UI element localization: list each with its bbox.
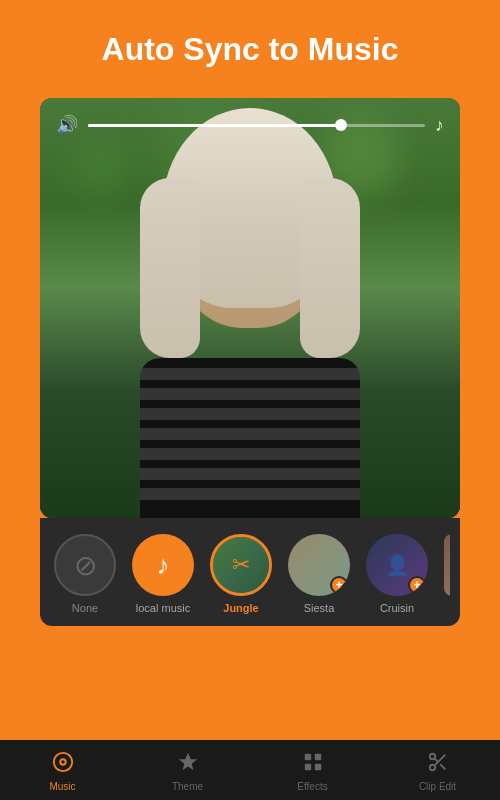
- jungle-bg: ✂: [213, 537, 269, 593]
- theme-item-partial[interactable]: Ju: [444, 534, 450, 614]
- svg-marker-3: [178, 752, 196, 769]
- progress-track[interactable]: [88, 124, 425, 127]
- nav-item-effects[interactable]: Effects: [250, 751, 375, 792]
- theme-panel: ⊘ None ♪ local music ✂ Jungle +: [40, 518, 460, 626]
- svg-rect-7: [314, 763, 320, 769]
- theme-thumb-jungle: ✂: [210, 534, 272, 596]
- theme-item-local-music[interactable]: ♪ local music: [132, 534, 194, 614]
- music-nav-icon: [52, 751, 74, 778]
- music-icon: ♪: [157, 550, 170, 581]
- video-bg: [40, 98, 460, 518]
- theme-label-siesta: Siesta: [304, 602, 335, 614]
- theme-thumb-partial: [444, 534, 450, 596]
- theme-label-none: None: [72, 602, 98, 614]
- nav-item-theme[interactable]: Theme: [125, 751, 250, 792]
- theme-item-siesta[interactable]: + Siesta: [288, 534, 350, 614]
- svg-rect-5: [314, 753, 320, 759]
- nav-item-music[interactable]: Music: [0, 751, 125, 792]
- svg-point-2: [61, 760, 65, 764]
- svg-rect-4: [304, 753, 310, 759]
- theme-item-jungle[interactable]: ✂ Jungle: [210, 534, 272, 614]
- cruisin-add-badge: +: [408, 576, 426, 594]
- theme-label-cruisin: Cruisin: [380, 602, 414, 614]
- nav-label-music: Music: [49, 781, 75, 792]
- no-icon: ⊘: [74, 549, 97, 582]
- theme-thumb-siesta: +: [288, 534, 350, 596]
- svg-rect-6: [304, 763, 310, 769]
- nav-label-effects: Effects: [297, 781, 327, 792]
- video-player: 🔊 ♪: [40, 98, 460, 518]
- effects-nav-icon: [302, 751, 324, 778]
- theme-nav-icon: [177, 751, 199, 778]
- clip-edit-nav-icon: [427, 751, 449, 778]
- playback-bar: 🔊 ♪: [56, 114, 444, 136]
- nav-label-theme: Theme: [172, 781, 203, 792]
- siesta-add-badge: +: [330, 576, 348, 594]
- speaker-icon: 🔊: [56, 114, 78, 136]
- jungle-scissors-icon: ✂: [232, 552, 250, 578]
- svg-line-12: [434, 758, 438, 762]
- person-hair-left: [140, 178, 200, 358]
- bottom-nav: Music Theme Effects: [0, 740, 500, 800]
- theme-thumb-cruisin: 👤 +: [366, 534, 428, 596]
- theme-item-none[interactable]: ⊘ None: [54, 534, 116, 614]
- page-title: Auto Sync to Music: [20, 30, 480, 68]
- theme-list: ⊘ None ♪ local music ✂ Jungle +: [50, 534, 450, 614]
- progress-fill: [88, 124, 341, 127]
- svg-line-11: [440, 764, 445, 769]
- theme-thumb-local-music: ♪: [132, 534, 194, 596]
- progress-thumb: [335, 119, 347, 131]
- music-note-icon: ♪: [435, 115, 444, 136]
- header: Auto Sync to Music: [0, 0, 500, 88]
- theme-label-jungle: Jungle: [223, 602, 258, 614]
- cruisin-person-icon: 👤: [385, 553, 410, 577]
- theme-item-cruisin[interactable]: 👤 + Cruisin: [366, 534, 428, 614]
- svg-point-9: [429, 764, 435, 770]
- theme-thumb-none: ⊘: [54, 534, 116, 596]
- theme-label-local-music: local music: [136, 602, 190, 614]
- nav-label-clip-edit: Clip Edit: [419, 781, 456, 792]
- nav-item-clip-edit[interactable]: Clip Edit: [375, 751, 500, 792]
- person-hair-right: [300, 178, 360, 358]
- person-body: [140, 358, 360, 518]
- svg-point-8: [429, 753, 435, 759]
- partial-bg: [444, 534, 450, 596]
